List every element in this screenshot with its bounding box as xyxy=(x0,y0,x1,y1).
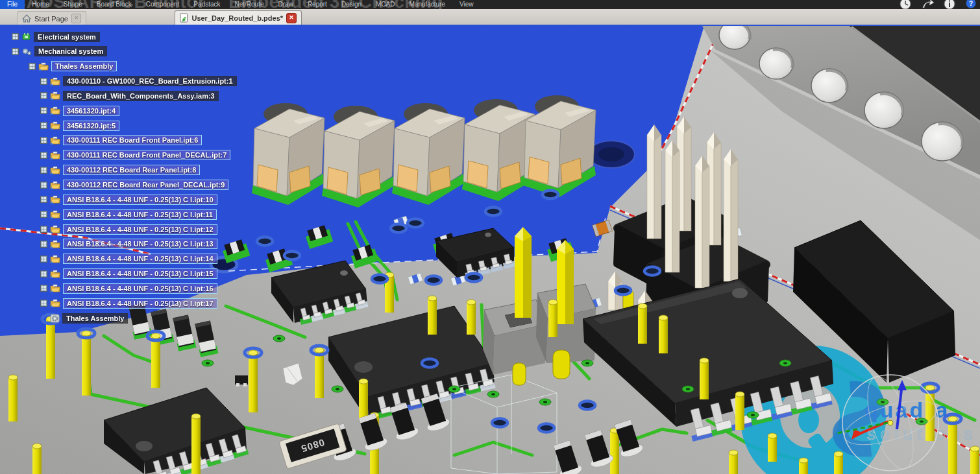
tree-item[interactable]: Electrical system xyxy=(12,30,100,43)
tree-item-label[interactable]: Mechanical system xyxy=(34,46,107,56)
menu-item-draw[interactable]: Draw xyxy=(271,0,300,9)
menu-item-component[interactable]: Component xyxy=(139,0,187,9)
tree-item[interactable]: Mechanical system xyxy=(12,45,107,58)
expand-icon[interactable] xyxy=(12,33,19,40)
expand-icon[interactable] xyxy=(40,285,47,292)
tree-item-label[interactable]: 430-00112 REC Board Rear Panel.ipt:8 xyxy=(63,165,200,175)
tree-item[interactable]: 430-00111 REC Board Front Panel.ipt:6 xyxy=(40,134,202,147)
yellow-post-left[interactable] xyxy=(515,227,532,318)
tree-item[interactable]: REC_Board_With_Components_Assy.iam:3 xyxy=(40,89,219,102)
tree-item[interactable]: ANSI B18.6.4 - 4-48 UNF - 0.25(13) C I.i… xyxy=(40,253,217,265)
expand-icon[interactable] xyxy=(40,196,47,203)
expand-icon[interactable] xyxy=(40,211,47,218)
tree-item[interactable]: Thales Assembly xyxy=(40,312,128,324)
clock-icon[interactable] xyxy=(900,0,911,9)
menu-item-shape[interactable]: Shape xyxy=(56,0,90,9)
tree-item[interactable]: 34561320.ipt:4 xyxy=(40,104,119,117)
tree-item-label[interactable]: ANSI B18.6.4 - 4-48 UNF - 0.25(13) C I.i… xyxy=(63,209,217,220)
tree-item-label[interactable]: 430-00112 REC Board Rear Panel_DECAL.ipt… xyxy=(63,180,228,190)
tree-item[interactable]: 430-00110 - GW1000_REC_Board_Extrusion.i… xyxy=(40,75,237,88)
header-icons: ? xyxy=(900,0,977,9)
menu-item-view[interactable]: View xyxy=(452,0,481,9)
expand-icon[interactable] xyxy=(40,182,47,189)
expand-icon[interactable] xyxy=(40,137,47,144)
svg-text:?: ? xyxy=(969,0,973,7)
tree-item-label[interactable]: ANSI B18.6.4 - 4-48 UNF - 0.25(13) C I.i… xyxy=(63,268,217,279)
tree-item[interactable]: 430-00112 REC Board Rear Panel_DECAL.ipt… xyxy=(40,179,228,191)
tree-item[interactable]: ANSI B18.6.4 - 4-48 UNF - 0.25(13) C I.i… xyxy=(40,268,217,280)
menu-item-padstack[interactable]: Padstack xyxy=(186,0,227,9)
tree-item[interactable]: ANSI B18.6.4 - 4-48 UNF - 0.25(13) C I.i… xyxy=(40,238,217,250)
expand-icon[interactable] xyxy=(29,63,36,70)
folder-icon xyxy=(50,270,60,278)
tree-item-label[interactable]: ANSI B18.6.4 - 4-48 UNF - 0.25(13) C I.i… xyxy=(63,239,217,249)
menu-item-report[interactable]: Report xyxy=(300,0,334,9)
tab-label[interactable]: User_Day_Routed_b.pdes* xyxy=(191,14,283,22)
mounting-hole-inner xyxy=(598,147,624,161)
home-icon xyxy=(22,14,31,23)
tree-item-label[interactable]: 430-00110 - GW1000_REC_Board_Extrusion.i… xyxy=(63,76,237,86)
expand-icon[interactable] xyxy=(40,92,47,99)
tab-bar: Start Page ✕ User_Day_Routed_b.pdes* ✕ xyxy=(0,9,980,25)
folder-icon xyxy=(50,151,60,160)
tree-item-label[interactable]: ANSI B18.6.4 - 4-48 UNF - 0.25(13) C I.i… xyxy=(63,195,217,205)
tree-item-label[interactable]: 430-00111 REC Board Front Panel.ipt:6 xyxy=(63,135,202,145)
menu-item-manufacture[interactable]: Manufacture xyxy=(402,0,452,9)
folder-icon xyxy=(50,240,60,248)
close-icon[interactable]: ✕ xyxy=(71,14,81,23)
tree-item-label[interactable]: Electrical system xyxy=(34,32,100,42)
close-icon[interactable]: ✕ xyxy=(286,13,297,23)
expand-icon[interactable] xyxy=(40,300,47,307)
application-window: eCADSTAR PCB editor Embedded 3D Checking… xyxy=(0,0,980,474)
folder-icon xyxy=(38,62,49,71)
expand-icon[interactable] xyxy=(40,122,47,129)
expand-icon[interactable] xyxy=(40,226,47,233)
tree-item[interactable]: 430-00111 REC Board Front Panel_DECAL.ip… xyxy=(40,149,230,161)
expand-icon[interactable] xyxy=(40,167,47,174)
viewport-top-border xyxy=(0,25,980,26)
tree-item-label[interactable]: Thales Assembly xyxy=(51,61,117,71)
expand-icon[interactable] xyxy=(40,107,47,114)
tree-item[interactable]: Thales Assembly xyxy=(29,60,117,73)
menu-item-home[interactable]: Home xyxy=(25,0,56,9)
tree-item-label[interactable]: Thales Assembly xyxy=(62,313,128,324)
menu-bar: eCADSTAR PCB editor Embedded 3D Checking… xyxy=(0,0,980,9)
expand-icon[interactable] xyxy=(40,270,47,278)
tree-item-label[interactable]: ANSI B18.6.4 - 4-48 UNF - 0.25(13) C I.i… xyxy=(63,254,217,264)
tree-item-label[interactable]: REC_Board_With_Components_Assy.iam:3 xyxy=(63,91,219,101)
mechanical-icon xyxy=(21,47,32,56)
expand-icon[interactable] xyxy=(40,241,47,248)
tree-item[interactable]: ANSI B18.6.4 - 4-48 UNF - 0.25(13) C I.i… xyxy=(40,223,217,235)
tab-label[interactable]: Start Page xyxy=(34,15,68,23)
expand-icon[interactable] xyxy=(40,78,47,85)
tab-start-page[interactable]: Start Page ✕ xyxy=(17,11,86,25)
expand-icon[interactable] xyxy=(12,48,19,55)
menu-item-board-block[interactable]: Board Block xyxy=(90,0,139,9)
yellow-post-right[interactable] xyxy=(557,240,574,324)
expand-icon[interactable] xyxy=(40,152,47,159)
menu-item-file[interactable]: File xyxy=(0,0,25,9)
assembly-icon xyxy=(50,314,60,323)
tab-design-file[interactable]: User_Day_Routed_b.pdes* ✕ xyxy=(175,10,302,25)
tree-item-label[interactable]: ANSI B18.6.4 - 4-48 UNF - 0.25(13) C I.i… xyxy=(63,298,217,309)
share-arrow-icon[interactable] xyxy=(922,0,933,9)
tree-item-label[interactable]: 34561320.ipt:4 xyxy=(63,106,119,116)
info-icon[interactable] xyxy=(944,0,955,9)
tree-item[interactable]: ANSI B18.6.4 - 4-48 UNF - 0.25(13) C I.i… xyxy=(40,208,217,220)
tree-item-label[interactable]: ANSI B18.6.4 - 4-48 UNF - 0.25(13) C I.i… xyxy=(63,224,217,235)
tree-item[interactable]: ANSI B18.6.4 - 4-48 UNF - 0.25(13) C I.i… xyxy=(40,297,217,309)
tree-item[interactable]: 34561320.ipt:5 xyxy=(40,119,119,132)
tree-item[interactable]: 430-00112 REC Board Rear Panel.ipt:8 xyxy=(40,164,200,176)
electrical-icon xyxy=(21,32,31,41)
tree-item-label[interactable]: 430-00111 REC Board Front Panel_DECAL.ip… xyxy=(63,150,230,160)
menu-item-mcad[interactable]: MCAD xyxy=(369,0,402,9)
menu-item-design[interactable]: Design xyxy=(334,0,369,9)
folder-icon xyxy=(50,121,60,130)
help-icon[interactable]: ? xyxy=(966,0,977,9)
menu-item-net-route[interactable]: Net/Route xyxy=(228,0,271,9)
tree-item-label[interactable]: ANSI B18.6.4 - 4-48 UNF - 0.25(13) C I.i… xyxy=(63,283,217,294)
expand-icon[interactable] xyxy=(40,255,47,263)
tree-item[interactable]: ANSI B18.6.4 - 4-48 UNF - 0.25(13) C I.i… xyxy=(40,193,217,206)
tree-item[interactable]: ANSI B18.6.4 - 4-48 UNF - 0.25(13) C I.i… xyxy=(40,282,217,294)
tree-item-label[interactable]: 34561320.ipt:5 xyxy=(63,121,119,131)
